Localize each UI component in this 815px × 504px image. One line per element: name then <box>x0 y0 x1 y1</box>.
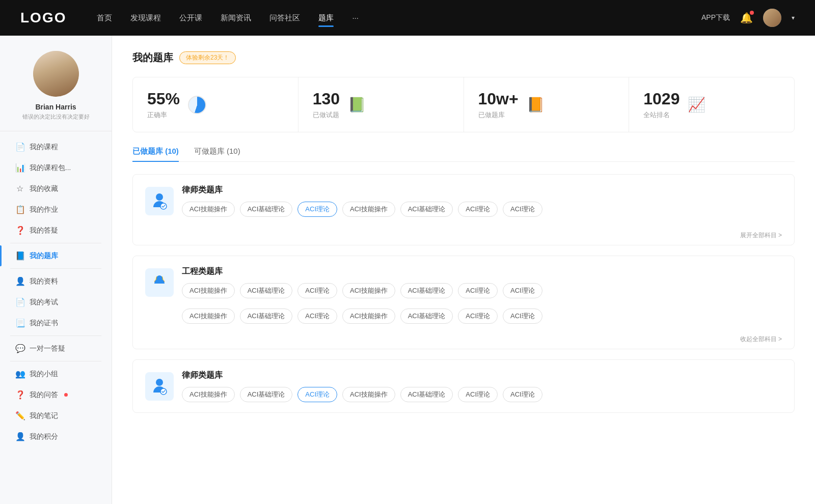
doc-green-icon: 📗 <box>348 96 366 113</box>
stat-label: 正确率 <box>147 110 180 120</box>
nav-link-···[interactable]: ··· <box>352 11 359 25</box>
sidebar-item-label: 我的问答 <box>30 390 58 400</box>
sidebar-item-我的题库[interactable]: 📘我的题库 <box>0 245 112 266</box>
tag-ACI理论[interactable]: ACI理论 <box>503 309 542 324</box>
svg-point-0 <box>156 193 163 201</box>
sidebar-item-我的笔记[interactable]: ✏️我的笔记 <box>0 405 112 426</box>
sidebar-item-icon: 📘 <box>15 251 24 261</box>
nav-link-公开课[interactable]: 公开课 <box>179 11 202 25</box>
tag-ACI基础理论[interactable]: ACI基础理论 <box>400 309 453 324</box>
tag-ACI理论[interactable]: ACI理论 <box>458 309 498 324</box>
sidebar-item-icon: ☆ <box>15 184 24 193</box>
tag-ACI理论[interactable]: ACI理论 <box>297 387 337 402</box>
sidebar-item-icon: 📃 <box>15 318 24 328</box>
notification-dot <box>750 11 754 15</box>
tab-已做题库 (10)[interactable]: 已做题库 (10) <box>132 147 179 161</box>
svg-point-4 <box>156 379 163 386</box>
tag-ACI理论[interactable]: ACI理论 <box>458 202 498 217</box>
sidebar-item-我的资料[interactable]: 👤我的资料 <box>0 271 112 292</box>
sidebar-item-icon: ❓ <box>15 390 24 400</box>
tag-ACI技能操作[interactable]: ACI技能操作 <box>342 309 395 324</box>
nav-link-问答社区[interactable]: 问答社区 <box>269 11 300 25</box>
tag-ACI理论[interactable]: ACI理论 <box>503 387 542 402</box>
user-menu-chevron[interactable]: ▾ <box>792 14 795 21</box>
stat-card-已做试题: 130 已做试题 📗 <box>298 77 464 132</box>
sidebar-item-label: 我的证书 <box>30 319 58 328</box>
tag-ACI技能操作[interactable]: ACI技能操作 <box>182 202 235 217</box>
sidebar-item-icon: ❓ <box>15 226 24 235</box>
tag-ACI基础理论[interactable]: ACI基础理论 <box>400 202 453 217</box>
tag-ACI技能操作[interactable]: ACI技能操作 <box>182 283 235 298</box>
stat-card-全站排名: 1029 全站排名 📈 <box>629 77 794 132</box>
sidebar-item-label: 我的题库 <box>30 251 58 261</box>
bank-icon <box>145 268 174 297</box>
sidebar-item-我的作业[interactable]: 📋我的作业 <box>0 199 112 220</box>
sidebar-item-我的考试[interactable]: 📄我的考试 <box>0 292 112 313</box>
expand-link[interactable]: 收起全部科目 > <box>740 335 782 344</box>
notification-red-dot <box>64 393 68 397</box>
tag-ACI理论[interactable]: ACI理论 <box>297 309 337 324</box>
bank-title: 律师类题库 <box>182 185 782 195</box>
tag-ACI技能操作[interactable]: ACI技能操作 <box>342 387 395 402</box>
sidebar-item-一对一答疑[interactable]: 💬一对一答疑 <box>0 338 112 359</box>
sidebar-item-我的证书[interactable]: 📃我的证书 <box>0 313 112 333</box>
notification-bell[interactable]: 🔔 <box>740 12 753 24</box>
page-title: 我的题库 <box>132 51 173 65</box>
tag-ACI技能操作[interactable]: ACI技能操作 <box>342 283 395 298</box>
tag-ACI理论[interactable]: ACI理论 <box>458 387 498 402</box>
stat-label: 全站排名 <box>643 110 680 120</box>
logo[interactable]: LOGO <box>20 10 66 26</box>
tag-ACI基础理论[interactable]: ACI基础理论 <box>400 387 453 402</box>
bank-header: 工程类题库 ACI技能操作ACI基础理论ACI理论ACI技能操作ACI基础理论A… <box>133 256 794 309</box>
tag-ACI基础理论[interactable]: ACI基础理论 <box>400 283 453 298</box>
bank-section-2: 律师类题库 ACI技能操作ACI基础理论ACI理论ACI技能操作ACI基础理论A… <box>132 359 795 413</box>
tags-row: ACI技能操作ACI基础理论ACI理论ACI技能操作ACI基础理论ACI理论AC… <box>182 387 782 402</box>
nav-link-发现课程[interactable]: 发现课程 <box>130 11 161 25</box>
tab-可做题库 (10)[interactable]: 可做题库 (10) <box>194 147 240 161</box>
chart-red-icon: 📈 <box>688 96 705 113</box>
tag-ACI技能操作[interactable]: ACI技能操作 <box>342 202 395 217</box>
sidebar-item-label: 我的课程 <box>30 143 58 152</box>
sidebar-item-label: 我的答疑 <box>30 226 58 235</box>
bank-footer: 收起全部科目 > <box>133 331 794 349</box>
sidebar-item-我的问答[interactable]: ❓我的问答 <box>0 384 112 405</box>
page-header: 我的题库 体验剩余23天！ <box>132 51 795 65</box>
tag-ACI基础理论[interactable]: ACI基础理论 <box>240 202 293 217</box>
tag-ACI理论[interactable]: ACI理论 <box>503 283 542 298</box>
sidebar-profile: Brian Harris 错误的决定比没有决定要好 <box>0 51 112 131</box>
stats-row: 55% 正确率 130 已做试题 📗 10w+ 已做题库 📙 1029 全站排名… <box>132 77 795 132</box>
sidebar-item-我的课程包...[interactable]: 📊我的课程包... <box>0 157 112 178</box>
tag-ACI理论[interactable]: ACI理论 <box>297 202 337 217</box>
nav-link-新闻资讯[interactable]: 新闻资讯 <box>221 11 251 25</box>
tag-ACI技能操作[interactable]: ACI技能操作 <box>182 309 235 324</box>
sidebar-item-我的收藏[interactable]: ☆我的收藏 <box>0 178 112 199</box>
stat-card-正确率: 55% 正确率 <box>133 77 298 132</box>
user-avatar-nav[interactable] <box>763 9 781 27</box>
sidebar-item-label: 我的积分 <box>30 432 58 441</box>
sidebar-item-我的课程[interactable]: 📄我的课程 <box>0 136 112 157</box>
tag-ACI理论[interactable]: ACI理论 <box>297 283 337 298</box>
tags-row: ACI技能操作ACI基础理论ACI理论ACI技能操作ACI基础理论ACI理论AC… <box>182 202 782 217</box>
sidebar-item-我的答疑[interactable]: ❓我的答疑 <box>0 220 112 241</box>
tag-ACI基础理论[interactable]: ACI基础理论 <box>240 283 293 298</box>
tag-ACI技能操作[interactable]: ACI技能操作 <box>182 387 235 402</box>
sidebar-item-icon: 👥 <box>15 369 24 379</box>
app-download-button[interactable]: APP下载 <box>701 13 730 22</box>
nav-link-首页[interactable]: 首页 <box>97 11 112 25</box>
sidebar-item-我的积分[interactable]: 👤我的积分 <box>0 426 112 447</box>
expand-link[interactable]: 展开全部科目 > <box>740 231 782 240</box>
bank-sections: 律师类题库 ACI技能操作ACI基础理论ACI理论ACI技能操作ACI基础理论A… <box>132 174 795 413</box>
sidebar-item-我的小组[interactable]: 👥我的小组 <box>0 363 112 384</box>
sidebar: Brian Harris 错误的决定比没有决定要好 📄我的课程📊我的课程包...… <box>0 36 112 504</box>
tag-ACI基础理论[interactable]: ACI基础理论 <box>240 387 293 402</box>
tag-ACI基础理论[interactable]: ACI基础理论 <box>240 309 293 324</box>
sidebar-divider <box>10 335 101 336</box>
nav-link-题库[interactable]: 题库 <box>318 11 334 25</box>
avatar-image <box>33 51 79 97</box>
bank-footer: 展开全部科目 > <box>133 227 794 245</box>
bank-section-1: 工程类题库 ACI技能操作ACI基础理论ACI理论ACI技能操作ACI基础理论A… <box>132 256 795 349</box>
tag-ACI理论[interactable]: ACI理论 <box>458 283 498 298</box>
bank-header: 律师类题库 ACI技能操作ACI基础理论ACI理论ACI技能操作ACI基础理论A… <box>133 175 794 227</box>
tag-ACI理论[interactable]: ACI理论 <box>503 202 542 217</box>
trial-badge: 体验剩余23天！ <box>179 51 236 64</box>
